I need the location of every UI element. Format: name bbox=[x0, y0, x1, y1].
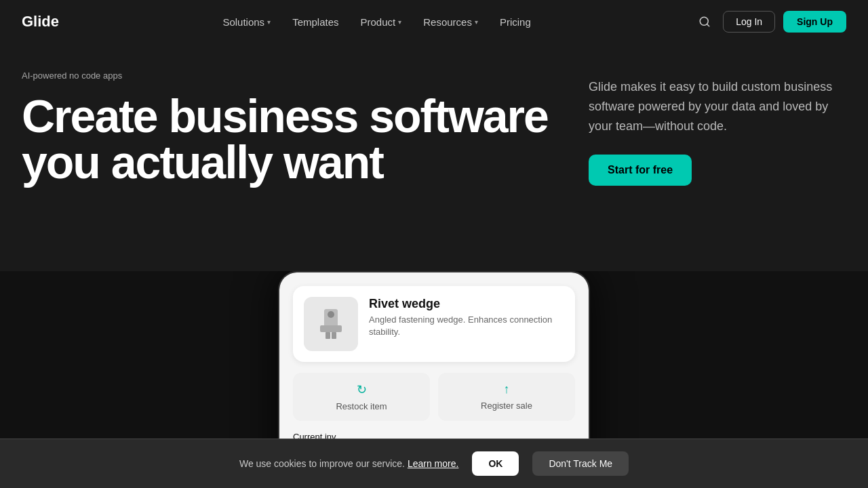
learn-more-link[interactable]: Learn more. bbox=[408, 458, 458, 469]
nav-solutions[interactable]: Solutions ▾ bbox=[213, 12, 280, 32]
product-info: Rivet wedge Angled fastening wedge. Enha… bbox=[369, 297, 564, 351]
login-button[interactable]: Log In bbox=[723, 11, 775, 33]
chevron-down-icon: ▾ bbox=[475, 18, 478, 26]
svg-rect-3 bbox=[320, 325, 342, 332]
cookie-decline-button[interactable]: Don't Track Me bbox=[532, 451, 629, 476]
nav-links: Solutions ▾ Templates Product ▾ Resource… bbox=[213, 12, 540, 32]
navbar: Glide Solutions ▾ Templates Product ▾ Re… bbox=[0, 0, 868, 43]
product-image bbox=[304, 297, 358, 351]
arrow-up-icon: ↑ bbox=[504, 382, 510, 396]
svg-rect-4 bbox=[326, 332, 330, 339]
hero-title: Create business software you actually wa… bbox=[22, 93, 561, 185]
chevron-down-icon: ▾ bbox=[267, 18, 271, 26]
cookie-message: We use cookies to improve our service. L… bbox=[239, 458, 458, 469]
search-button[interactable] bbox=[694, 12, 715, 32]
hero-description: Glide makes it easy to build custom busi… bbox=[589, 77, 846, 136]
cookie-ok-button[interactable]: OK bbox=[472, 451, 519, 476]
hero-tag: AI-powered no code apps bbox=[22, 70, 561, 81]
product-card: Rivet wedge Angled fastening wedge. Enha… bbox=[293, 286, 575, 362]
product-name: Rivet wedge bbox=[369, 297, 564, 311]
signup-button[interactable]: Sign Up bbox=[783, 11, 846, 33]
nav-pricing[interactable]: Pricing bbox=[490, 12, 540, 32]
nav-product[interactable]: Product ▾ bbox=[351, 12, 412, 32]
logo[interactable]: Glide bbox=[22, 13, 59, 30]
chevron-down-icon: ▾ bbox=[398, 18, 401, 26]
nav-resources[interactable]: Resources ▾ bbox=[414, 12, 488, 32]
svg-line-1 bbox=[707, 24, 709, 26]
register-sale-button[interactable]: ↑ Register sale bbox=[438, 373, 575, 421]
restock-icon: ↻ bbox=[357, 382, 367, 397]
cookie-banner: We use cookies to improve our service. L… bbox=[0, 439, 868, 488]
product-desc: Angled fastening wedge. Enhances connect… bbox=[369, 314, 564, 338]
nav-templates[interactable]: Templates bbox=[283, 12, 348, 32]
nav-actions: Log In Sign Up bbox=[694, 11, 846, 33]
rivet-image bbox=[311, 304, 351, 344]
hero-section: AI-powered no code apps Create business … bbox=[0, 43, 868, 186]
hero-left: AI-powered no code apps Create business … bbox=[22, 70, 561, 186]
svg-rect-5 bbox=[332, 332, 336, 339]
action-buttons: ↻ Restock item ↑ Register sale bbox=[293, 373, 575, 421]
svg-point-6 bbox=[328, 311, 334, 318]
search-icon bbox=[698, 16, 711, 28]
start-for-free-button[interactable]: Start for free bbox=[589, 155, 692, 186]
hero-right: Glide makes it easy to build custom busi… bbox=[589, 70, 846, 186]
restock-button[interactable]: ↻ Restock item bbox=[293, 373, 430, 421]
